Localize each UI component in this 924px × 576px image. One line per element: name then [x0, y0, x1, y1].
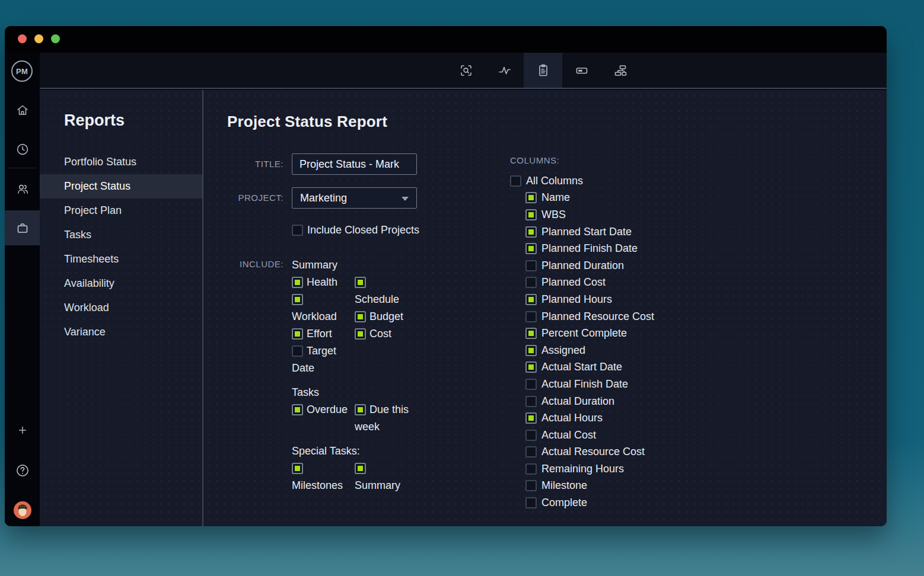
report-title-input[interactable] — [292, 153, 417, 175]
checkbox-box[interactable] — [525, 294, 537, 305]
include-checkbox[interactable]: Cost — [355, 325, 413, 343]
column-checkbox-row[interactable]: Planned Resource Cost — [525, 308, 654, 325]
sidebar-report-item[interactable]: Project Plan — [40, 199, 202, 223]
checkbox-box[interactable] — [292, 328, 303, 340]
activity-icon[interactable] — [485, 53, 524, 88]
checkbox-box[interactable] — [525, 209, 537, 220]
include-checkbox[interactable]: Due this week — [355, 401, 413, 436]
column-checkbox-row[interactable]: WBS — [525, 206, 654, 223]
checkbox-box[interactable] — [525, 361, 537, 373]
all-columns-checkbox[interactable]: All Columns — [510, 172, 654, 190]
checkbox-box[interactable] — [355, 311, 366, 322]
checkbox-box[interactable] — [525, 328, 537, 339]
sidebar-report-item[interactable]: Workload — [40, 296, 202, 320]
column-checkbox-row[interactable]: Planned Start Date — [525, 223, 654, 241]
close-window-button[interactable] — [18, 34, 27, 43]
checkbox-box[interactable] — [525, 497, 537, 508]
column-checkbox-row[interactable]: Actual Duration — [525, 393, 654, 410]
briefcase-icon[interactable] — [5, 210, 40, 245]
checkbox-box[interactable] — [525, 480, 537, 491]
scan-search-icon[interactable] — [447, 53, 485, 88]
include-checkbox[interactable]: Target Date — [292, 343, 350, 377]
checkbox-box[interactable] — [510, 175, 521, 187]
column-checkbox-row[interactable]: Milestone — [525, 478, 654, 495]
column-checkbox-row[interactable]: Planned Duration — [525, 257, 654, 274]
clipboard-report-icon[interactable] — [524, 53, 562, 88]
help-icon[interactable] — [11, 459, 34, 482]
special-tasks-group-heading: Special Tasks: — [292, 443, 425, 460]
sidebar-report-item[interactable]: Portfolio Status — [40, 150, 202, 174]
checkbox-box[interactable] — [525, 446, 537, 457]
column-checkbox-row[interactable]: Actual Start Date — [525, 359, 654, 376]
column-checkbox-row[interactable]: Actual Cost — [525, 427, 654, 444]
checkbox-label: Health — [307, 276, 337, 288]
column-checkbox-row[interactable]: Percent Complete — [525, 325, 654, 342]
checkbox-box[interactable] — [525, 260, 537, 271]
people-icon[interactable] — [11, 177, 34, 201]
checkbox-box[interactable] — [355, 328, 366, 340]
include-checkbox[interactable]: Milestones — [292, 460, 350, 494]
column-label: Planned Cost — [541, 276, 606, 289]
checkbox-box[interactable] — [292, 345, 303, 357]
checkbox-box[interactable] — [292, 277, 303, 288]
checkbox-box[interactable] — [525, 379, 537, 390]
include-checkbox[interactable]: Budget — [355, 308, 413, 325]
checkbox-box[interactable] — [525, 396, 537, 407]
workflow-icon[interactable] — [601, 53, 639, 88]
checkbox-box[interactable] — [525, 412, 537, 424]
checkbox-label: Workload — [292, 311, 337, 322]
project-dropdown[interactable]: Marketing — [292, 187, 417, 209]
column-checkbox-row[interactable]: Assigned — [525, 342, 654, 359]
include-checkbox[interactable]: Health — [292, 274, 350, 291]
checkbox-box[interactable] — [525, 226, 537, 238]
checkbox-box[interactable] — [292, 463, 303, 474]
column-checkbox-row[interactable]: Name — [525, 190, 654, 207]
checkbox-box[interactable] — [525, 430, 537, 441]
plus-icon[interactable] — [11, 418, 34, 442]
checkbox-box[interactable] — [525, 345, 537, 356]
summary-col-1: HealthWorkloadEffortTarget Date — [292, 274, 350, 377]
include-checkbox[interactable]: Schedule — [355, 274, 413, 308]
checkbox-box[interactable] — [355, 463, 366, 474]
column-label: Actual Start Date — [541, 361, 622, 373]
column-checkbox-row[interactable]: Actual Resource Cost — [525, 444, 654, 461]
checkbox-box[interactable] — [525, 311, 537, 322]
report-item-label: Workload — [64, 302, 109, 313]
checkbox-box[interactable] — [525, 463, 537, 475]
checkbox-label: Milestones — [292, 479, 343, 491]
include-checkbox[interactable]: Overdue — [292, 401, 350, 418]
checkbox-box[interactable] — [525, 192, 537, 203]
column-checkbox-row[interactable]: Planned Hours — [525, 291, 654, 308]
card-bar-icon[interactable] — [562, 53, 601, 88]
title-field-row: TITLE: — [227, 153, 425, 175]
home-icon[interactable] — [11, 98, 34, 122]
sidebar-report-item[interactable]: Timesheets — [40, 247, 202, 271]
user-avatar[interactable] — [11, 498, 34, 522]
checkbox-box[interactable] — [355, 404, 366, 415]
include-checkbox[interactable]: Effort — [292, 325, 350, 343]
checkbox-box[interactable] — [292, 225, 303, 236]
sidebar-report-item[interactable]: Variance — [40, 320, 202, 344]
clock-icon[interactable] — [11, 137, 34, 161]
include-closed-projects-checkbox[interactable]: Include Closed Projects — [227, 224, 425, 236]
checkbox-box[interactable] — [355, 277, 366, 288]
zoom-window-button[interactable] — [51, 34, 60, 43]
include-checkbox[interactable]: Workload — [292, 291, 350, 325]
sidebar-report-item[interactable]: Tasks — [40, 223, 202, 247]
column-checkbox-row[interactable]: Actual Finish Date — [525, 376, 654, 393]
checkbox-label: Overdue — [307, 404, 348, 415]
checkbox-box[interactable] — [525, 243, 537, 254]
sidebar-report-item[interactable]: Availability — [40, 271, 202, 296]
page-background: { "window": { "traffic_lights": ["close"… — [0, 0, 924, 576]
column-checkbox-row[interactable]: Planned Finish Date — [525, 240, 654, 257]
column-checkbox-row[interactable]: Actual Hours — [525, 409, 654, 427]
checkbox-box[interactable] — [292, 404, 303, 415]
checkbox-box[interactable] — [292, 294, 303, 305]
sidebar-report-item[interactable]: Project Status — [40, 174, 202, 199]
column-checkbox-row[interactable]: Remaining Hours — [525, 460, 654, 478]
column-checkbox-row[interactable]: Complete — [525, 494, 654, 511]
minimize-window-button[interactable] — [34, 34, 43, 43]
column-checkbox-row[interactable]: Planned Cost — [525, 274, 654, 292]
checkbox-box[interactable] — [525, 277, 537, 288]
include-checkbox[interactable]: Summary — [355, 460, 413, 494]
